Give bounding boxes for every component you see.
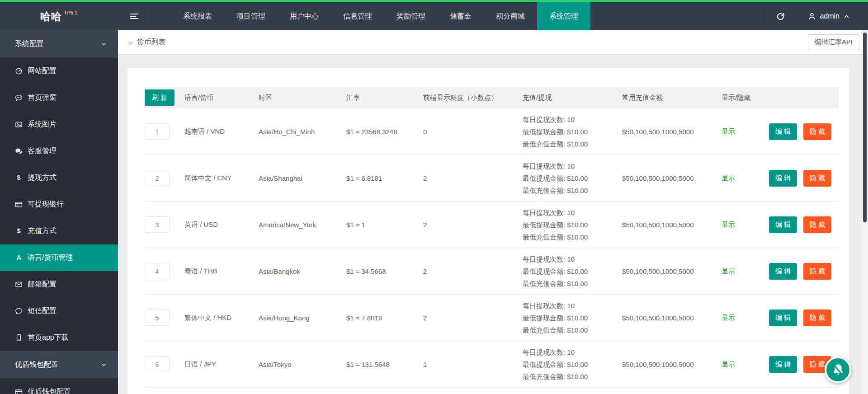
- hide-button[interactable]: 隐 藏: [803, 123, 831, 140]
- page-title: 货币列表: [137, 38, 166, 47]
- scrollbar-track[interactable]: [862, 30, 868, 394]
- cell-language: 简体中文 / CNY: [184, 174, 259, 183]
- nav-menu-item[interactable]: 系统管理: [537, 2, 590, 30]
- sidebar-item[interactable]: 系统图片: [0, 111, 118, 138]
- edit-button[interactable]: 编 辑: [769, 216, 797, 233]
- cell-timezone: Asia/Ho_Chi_Minh: [259, 128, 346, 136]
- nav-menu-item[interactable]: 积分商城: [484, 2, 537, 30]
- sidebar-item[interactable]: 充值方式: [0, 218, 118, 244]
- scrollbar-thumb[interactable]: [863, 33, 867, 222]
- app-logo-version: TP5.1: [64, 10, 77, 15]
- cell-amounts: $50,100,500,1000,5000: [622, 314, 722, 322]
- sort-order-input[interactable]: [145, 310, 170, 326]
- sidebar-item[interactable]: 首页弹窗: [0, 84, 118, 111]
- nav-menu-item-label: 积分商城: [496, 12, 525, 21]
- column-header-visibility: 显示/隐藏: [722, 94, 769, 102]
- table-row: 泰语 / THB Asia/Bangkok $1 ≈ 34.5668 2 每日提…: [145, 248, 839, 295]
- visibility-status: 显示: [722, 174, 735, 182]
- nav-menu-item[interactable]: 储蓄金: [438, 2, 484, 30]
- bank-card-icon: [15, 202, 22, 207]
- cell-timezone: America/New_York: [259, 221, 346, 229]
- sidebar-item-label: 语言/货币管理: [28, 253, 73, 263]
- sidebar-item[interactable]: 优盾钱包配置: [0, 351, 118, 379]
- sort-order-input[interactable]: [145, 263, 170, 279]
- sidebar-item-label: 首页弹窗: [28, 93, 57, 103]
- sidebar-item[interactable]: 首页app下载: [0, 324, 118, 351]
- sidebar-item[interactable]: 系统配置: [0, 30, 118, 58]
- sidebar-item[interactable]: 可提现银行: [0, 191, 118, 218]
- visibility-status: 显示: [722, 360, 735, 368]
- hide-button[interactable]: 隐 藏: [803, 263, 831, 280]
- hide-button[interactable]: 隐 藏: [803, 170, 831, 187]
- cell-rate: $1 ≈ 1: [346, 221, 423, 229]
- nav-menu-item[interactable]: 项目管理: [224, 2, 278, 30]
- sort-order-input[interactable]: [145, 356, 170, 372]
- mail-icon: [16, 282, 22, 286]
- cell-rate: $1 ≈ 23568.3246: [346, 128, 423, 136]
- nav-menu-item-label: 储蓄金: [450, 12, 472, 21]
- sidebar-item-label: 系统配置: [15, 39, 44, 49]
- chevron-up-icon: [843, 13, 850, 20]
- nav-menu-item-label: 用户中心: [290, 12, 319, 21]
- cell-language: 泰语 / THB: [184, 267, 259, 276]
- nav-menu-item[interactable]: 奖励管理: [384, 2, 438, 30]
- cell-timezone: Asia/Bangkok: [259, 267, 346, 275]
- customer-service-fab[interactable]: [825, 356, 851, 383]
- edit-button[interactable]: 编 辑: [769, 170, 797, 187]
- cell-limits: 每日提现次数: 10 最低提现金额: $10.00 最低充值金额: $10.00: [523, 206, 622, 243]
- cell-actions: 编 辑 隐 藏: [769, 170, 839, 187]
- sort-order-input[interactable]: [145, 170, 170, 186]
- cell-precision: 2: [423, 314, 523, 322]
- sidebar-item[interactable]: 提现方式: [0, 164, 118, 191]
- sidebar-item-label: 充值方式: [28, 226, 57, 236]
- edit-button[interactable]: 编 辑: [769, 263, 797, 280]
- visibility-status: 显示: [722, 314, 735, 321]
- cell-amounts: $50,100,500,1000,5000: [622, 361, 722, 368]
- sidebar-item[interactable]: 语言/货币管理: [0, 244, 118, 271]
- language-icon: [16, 254, 21, 261]
- refresh-button[interactable]: [764, 2, 797, 30]
- user-icon: [808, 12, 816, 20]
- hide-button[interactable]: 隐 藏: [803, 310, 831, 326]
- column-header-precision: 前端显示精度（小数点）: [423, 94, 523, 102]
- main-content: » 货币列表 编辑汇率API 刷 新 语言/货币 时区 汇率 前端显示精度（小数…: [118, 30, 868, 394]
- hide-button[interactable]: 隐 藏: [803, 216, 831, 233]
- nav-menu-item-label: 项目管理: [236, 12, 265, 21]
- edit-button[interactable]: 编 辑: [769, 356, 797, 373]
- cell-amounts: $50,100,500,1000,5000: [622, 174, 722, 182]
- nav-menu-item[interactable]: 信息管理: [331, 2, 384, 30]
- sidebar-item-label: 优盾钱包配置: [28, 387, 71, 394]
- cell-rate: $1 ≈ 131.5648: [346, 361, 423, 368]
- cell-limits: 每日提现次数: 10 最低提现金额: $10.00 最低充值金额: $10.00: [523, 113, 622, 150]
- sidebar-item-label: 首页app下载: [28, 333, 69, 342]
- column-header-timezone: 时区: [259, 94, 346, 102]
- visibility-status: 显示: [722, 220, 735, 228]
- sort-order-input[interactable]: [145, 216, 170, 233]
- sidebar-item[interactable]: 邮箱配置: [0, 271, 118, 298]
- cell-precision: 1: [423, 361, 523, 368]
- sidebar-item[interactable]: 客服管理: [0, 138, 118, 164]
- sidebar-item[interactable]: 网站配置: [0, 58, 118, 84]
- currency-table: 刷 新 语言/货币 时区 汇率 前端显示精度（小数点） 充值/提现 常用充值金额…: [145, 87, 839, 388]
- sidebar-toggle-button[interactable]: [118, 2, 151, 30]
- app-logo[interactable]: 哈哈 TP5.1: [0, 2, 118, 30]
- cell-amounts: $50,100,500,1000,5000: [622, 267, 722, 275]
- sidebar-item-label: 优盾钱包配置: [15, 360, 58, 370]
- popup-comment-icon: [15, 95, 22, 100]
- cell-timezone: Asia/Hong_Kong: [259, 314, 346, 322]
- table-refresh-button[interactable]: 刷 新: [145, 89, 175, 106]
- cell-precision: 2: [423, 267, 523, 275]
- sidebar-item[interactable]: 优盾钱包配置: [0, 379, 118, 394]
- admin-user-menu[interactable]: admin: [797, 2, 868, 30]
- top-navbar: 哈哈 TP5.1 系统报表 项目管理 用户中心 信息管理 奖励管理: [0, 2, 868, 30]
- edit-button[interactable]: 编 辑: [769, 310, 797, 326]
- navbar-right-controls: admin: [764, 2, 868, 30]
- nav-menu-item[interactable]: 用户中心: [278, 2, 331, 30]
- edit-button[interactable]: 编 辑: [769, 123, 797, 140]
- edit-rate-api-button[interactable]: 编辑汇率API: [808, 34, 859, 50]
- cell-rate: $1 ≈ 7.8019: [346, 314, 423, 322]
- sidebar-item[interactable]: 短信配置: [0, 298, 118, 324]
- nav-menu-item[interactable]: 系统报表: [171, 2, 224, 30]
- sort-order-input[interactable]: [145, 123, 170, 140]
- nav-menu-item-label: 系统管理: [549, 12, 578, 21]
